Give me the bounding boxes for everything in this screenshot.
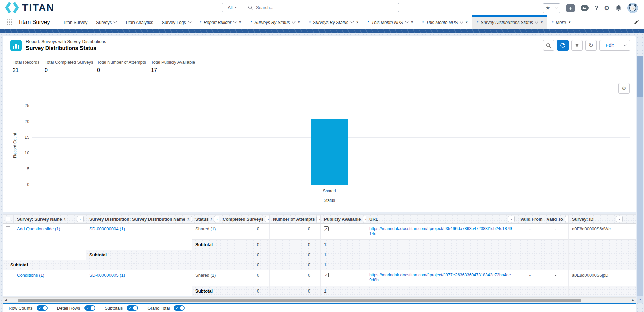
scroll-down-icon: ▼ <box>639 298 642 301</box>
survey-id-cell: a0E8d00000S6jpD <box>569 270 625 286</box>
trailhead-icon[interactable] <box>580 4 589 12</box>
quick-add-button[interactable]: + <box>566 4 575 12</box>
chart-toggle-button[interactable] <box>557 40 569 51</box>
row-checkbox[interactable] <box>6 226 10 231</box>
column-header-completed-surveys[interactable]: Completed Surveys ▼ <box>219 215 270 223</box>
search-input[interactable] <box>255 5 399 10</box>
close-tab-icon[interactable]: × <box>411 19 413 25</box>
tab-this-month-nps-2[interactable]: * This Month NPS × <box>418 15 472 29</box>
row-counts-toggle[interactable]: ✓ <box>37 305 48 311</box>
close-tab-icon[interactable]: × <box>239 19 241 25</box>
grand-total-toggle[interactable]: ✓ <box>174 305 185 311</box>
filter-menu-button[interactable]: ▼ <box>363 216 366 222</box>
favorites-button[interactable]: ★ <box>543 4 553 13</box>
close-tab-icon[interactable]: × <box>465 19 468 25</box>
tab-titan-analytics[interactable]: Titan Analytics <box>121 15 157 29</box>
report-footer: Row Counts ✓ Detail Rows ✓ Subtotals ✓ G… <box>3 303 636 312</box>
close-tab-icon[interactable]: × <box>298 19 300 25</box>
close-tab-icon[interactable]: × <box>356 19 359 25</box>
scroll-right-icon[interactable]: ▶ <box>632 299 634 302</box>
column-header-number-of-attempts[interactable]: Number of Attempts ▼ <box>270 215 321 223</box>
edit-button[interactable]: Edit <box>600 40 620 50</box>
subtotal-label: Subtotal <box>192 240 219 250</box>
horizontal-scroll-thumb[interactable] <box>18 299 581 302</box>
row-checkbox[interactable] <box>6 273 10 277</box>
column-header-url[interactable]: URL ▼ <box>366 215 517 223</box>
filter-menu-button[interactable]: ▼ <box>214 216 219 222</box>
refresh-button[interactable]: ↻ <box>585 40 597 51</box>
filter-menu-button[interactable]: ▼ <box>265 216 270 222</box>
distribution-link[interactable]: SD-000000004 (1) <box>89 226 125 231</box>
number-of-attempts-cell: 0 <box>270 260 321 270</box>
publicly-available-checkbox[interactable]: ✓ <box>324 226 329 231</box>
detail-rows-toggle[interactable]: ✓ <box>84 305 95 311</box>
column-header-distribution-name[interactable]: Survey Distribution: Survey Distribution… <box>86 215 192 223</box>
vertical-scrollbar[interactable]: ▼ <box>637 56 643 303</box>
filter-menu-button[interactable]: ▼ <box>508 216 515 222</box>
bar-shared[interactable] <box>311 119 348 185</box>
tab-surveys-by-status-1[interactable]: * Surveys By Status × <box>246 15 304 29</box>
scroll-down-button[interactable]: ▼ <box>637 296 643 303</box>
distribution-link[interactable]: SD-000000005 (1) <box>89 273 125 278</box>
column-header-valid-to[interactable]: Valid To ▼ <box>543 215 569 223</box>
column-header-survey-id[interactable]: Survey: ID ▼ <box>569 215 625 223</box>
notifications-button[interactable] <box>615 5 622 11</box>
report-search-button[interactable] <box>543 40 554 51</box>
survey-name-link[interactable]: Add Question slide (1) <box>17 226 60 231</box>
edit-nav-pencil-button[interactable] <box>634 20 639 25</box>
chart-settings-button[interactable]: ⚙ <box>618 83 630 94</box>
url-link[interactable]: 9d8b <box>369 278 513 283</box>
close-tab-icon[interactable]: × <box>540 19 543 25</box>
filter-button[interactable] <box>571 40 583 51</box>
subtotals-toggle[interactable]: ✓ <box>127 305 138 311</box>
select-all-checkbox[interactable] <box>6 217 10 221</box>
gear-icon: ⚙ <box>604 5 610 12</box>
tab-this-month-nps-1[interactable]: * This Month NPS × <box>363 15 418 29</box>
report-type-label: Report: Surveys with Survey Distribution… <box>26 39 106 44</box>
column-header-survey-name[interactable]: Survey: Survey Name ↑ ▼ <box>14 215 86 223</box>
column-header-status[interactable]: Status ↑ ▼ <box>192 215 219 223</box>
user-avatar[interactable] <box>627 3 638 13</box>
publicly-available-cell: 1 <box>321 240 366 250</box>
filter-menu-button[interactable]: ▼ <box>316 216 321 222</box>
chevron-down-icon <box>405 20 408 24</box>
column-header-publicly-available[interactable]: Publicly Available ▼ <box>321 215 366 223</box>
favorites-caret-button[interactable] <box>553 4 560 13</box>
tab-survey-distributions-status[interactable]: * Survey Distributions Status × <box>472 15 547 29</box>
survey-id-cell: a0E8d00000S6dWc <box>569 224 625 240</box>
setup-button[interactable]: ⚙ <box>604 4 610 12</box>
edit-dropdown-button[interactable] <box>620 40 630 50</box>
report-title-block: Report: Surveys with Survey Distribution… <box>26 39 106 51</box>
gear-icon: ⚙ <box>622 85 626 91</box>
sort-asc-icon: ↑ <box>210 217 212 221</box>
filter-menu-button[interactable]: ▼ <box>565 216 569 222</box>
filter-menu-button[interactable]: ▼ <box>77 216 84 222</box>
help-button[interactable]: ? <box>595 5 598 12</box>
filter-menu-button[interactable]: ▼ <box>616 216 623 222</box>
url-link[interactable]: https://marindak.docstitan.com/ftproject… <box>369 226 513 231</box>
report-panel: Report: Surveys with Survey Distribution… <box>3 36 636 212</box>
horizontal-scrollbar[interactable]: ◀ ▶ <box>3 297 636 303</box>
url-link[interactable]: 14e <box>369 231 513 236</box>
search-icon <box>546 43 551 48</box>
vertical-scroll-thumb[interactable] <box>637 56 643 97</box>
survey-name-link[interactable]: Conditions (1) <box>17 273 44 278</box>
column-header-valid-from[interactable]: Valid From ▼ <box>517 215 543 223</box>
valid-from-cell: - <box>517 270 543 286</box>
refresh-icon: ↻ <box>589 42 593 49</box>
publicly-available-checkbox[interactable]: ✓ <box>324 273 329 277</box>
app-launcher-button[interactable] <box>7 19 13 25</box>
tab-surveys[interactable]: Surveys <box>92 15 121 29</box>
tab-report-builder[interactable]: * Report Builder × <box>195 15 246 29</box>
tab-titan-survey[interactable]: Titan Survey <box>59 15 92 29</box>
tab-surveys-by-status-2[interactable]: * Surveys By Status × <box>305 15 363 29</box>
scroll-left-icon[interactable]: ◀ <box>5 299 7 302</box>
search-scope-selector[interactable]: All ▼ <box>222 3 243 12</box>
url-link[interactable]: https://marindak.docstitan.com/ftproject… <box>369 273 513 278</box>
caret-down-icon: ▼ <box>618 218 621 220</box>
tab-survey-logs[interactable]: Survey Logs <box>158 15 195 29</box>
tab-more[interactable]: * More ▼ <box>547 15 575 29</box>
y-tick: 10 <box>13 151 29 155</box>
number-of-attempts-cell: 0 <box>270 224 321 240</box>
check-icon: ✓ <box>325 273 328 277</box>
